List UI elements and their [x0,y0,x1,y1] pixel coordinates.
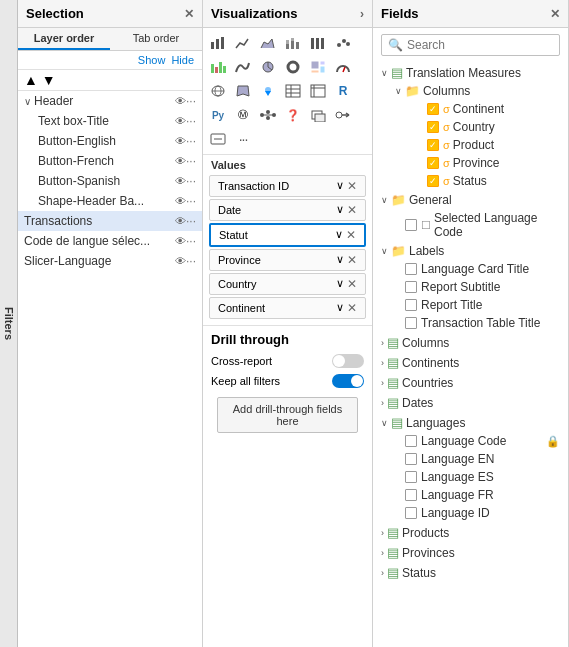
eye-english-icon[interactable]: 👁 [175,135,186,147]
cb-continent[interactable] [427,103,439,115]
field-language-en[interactable]: Language EN [377,450,564,468]
field-continent[interactable]: σ Continent [391,100,564,118]
group-header-columns-table[interactable]: › ▤ Columns [377,333,564,352]
sort-up-icon[interactable]: ▲ [24,72,38,88]
viz-icon-scatter[interactable] [332,32,354,54]
show-btn[interactable]: Show [138,54,166,66]
layer-item-transactions[interactable]: Transactions 👁 ··· [18,211,202,231]
viz-icon-python[interactable]: Py [207,104,229,126]
field-selected-lang-code[interactable]: ☐ Selected Language Code [377,209,564,241]
layer-item-textbox-title[interactable]: Text box-Title 👁 ··· [18,111,202,131]
viz-icon-map[interactable] [207,80,229,102]
field-language-id[interactable]: Language ID [377,504,564,522]
dots-header-icon[interactable]: ··· [186,94,196,108]
layer-item-header[interactable]: ∨ Header 👁 ··· [18,91,202,111]
dots-shape-icon[interactable]: ··· [186,194,196,208]
viz-icon-stacked[interactable] [282,32,304,54]
cb-province[interactable] [427,157,439,169]
field-remove-icon[interactable]: ✕ [347,203,357,217]
viz-icon-waterfall[interactable] [207,56,229,78]
search-input[interactable] [407,38,557,52]
add-drill-through-btn[interactable]: Add drill-through fields here [217,397,358,433]
eye-shape-icon[interactable]: 👁 [175,195,186,207]
tab-layer-order[interactable]: Layer order [18,28,110,50]
viz-icon-100pct[interactable] [307,32,329,54]
viz-icon-gauge[interactable] [332,56,354,78]
layer-item-btn-english[interactable]: Button-English 👁 ··· [18,131,202,151]
viz-icon-treemap[interactable] [307,56,329,78]
viz-icon-pie[interactable] [257,56,279,78]
group-header-general[interactable]: ∨ 📁 General [377,191,564,209]
layer-item-slicer-language[interactable]: Slicer-Language 👁 ··· [18,251,202,271]
field-remove-icon[interactable]: ✕ [347,179,357,193]
dots-transactions-icon[interactable]: ··· [186,214,196,228]
group-header-dates[interactable]: › ▤ Dates [377,393,564,412]
cb-language-id[interactable] [405,507,417,519]
viz-icon-paginate[interactable] [307,104,329,126]
viz-icon-area[interactable] [257,32,279,54]
group-header-countries[interactable]: › ▤ Countries [377,373,564,392]
cb-report-title[interactable] [405,299,417,311]
group-header-products[interactable]: › ▤ Products [377,523,564,542]
eye-transactions-icon[interactable]: 👁 [175,215,186,227]
eye-textbox-icon[interactable]: 👁 [175,115,186,127]
cb-language-code[interactable] [405,435,417,447]
field-remove-icon[interactable]: ✕ [347,301,357,315]
selection-close-icon[interactable]: ✕ [184,7,194,21]
dots-spanish-icon[interactable]: ··· [186,174,196,188]
field-report-subtitle[interactable]: Report Subtitle [377,278,564,296]
dots-french-icon[interactable]: ··· [186,154,196,168]
field-province[interactable]: Province ∨ ✕ [209,249,366,271]
viz-icon-line[interactable] [232,32,254,54]
group-header-labels[interactable]: ∨ 📁 Labels [377,242,564,260]
field-language-es[interactable]: Language ES [377,468,564,486]
cb-language-fr[interactable] [405,489,417,501]
cb-report-subtitle[interactable] [405,281,417,293]
eye-spanish-icon[interactable]: 👁 [175,175,186,187]
tab-tab-order[interactable]: Tab order [110,28,202,50]
field-remove-icon[interactable]: ✕ [347,253,357,267]
group-header-translation-measures[interactable]: ∨ ▤ Translation Measures [377,63,564,82]
viz-icon-dots-more[interactable]: ··· [232,128,254,150]
cb-selected-lang[interactable] [405,219,417,231]
eye-code-icon[interactable]: 👁 [175,235,186,247]
field-country[interactable]: Country ∨ ✕ [209,273,366,295]
field-remove-icon[interactable]: ✕ [346,228,356,242]
field-expand-icon[interactable]: ∨ [335,228,343,242]
group-header-provinces[interactable]: › ▤ Provinces [377,543,564,562]
field-country-col[interactable]: σ Country [391,118,564,136]
field-statut[interactable]: Statut ∨ ✕ [209,223,366,247]
dots-english-icon[interactable]: ··· [186,134,196,148]
keep-filters-toggle[interactable] [332,374,364,388]
viz-icon-matrix[interactable] [307,80,329,102]
group-header-continents[interactable]: › ▤ Continents [377,353,564,372]
layer-item-btn-spanish[interactable]: Button-Spanish 👁 ··· [18,171,202,191]
cross-report-toggle[interactable] [332,354,364,368]
field-province[interactable]: σ Province [391,154,564,172]
viz-icon-ribbon[interactable] [232,56,254,78]
cb-status[interactable] [427,175,439,187]
viz-icon-azure-map[interactable] [257,80,279,102]
group-header-columns[interactable]: ∨ 📁 Columns [391,82,564,100]
field-transaction-table-title[interactable]: Transaction Table Title [377,314,564,332]
eye-french-icon[interactable]: 👁 [175,155,186,167]
viz-expand-icon[interactable]: › [360,7,364,21]
field-product[interactable]: σ Product [391,136,564,154]
field-continent[interactable]: Continent ∨ ✕ [209,297,366,319]
viz-icon-donut[interactable] [282,56,304,78]
cb-language-en[interactable] [405,453,417,465]
group-header-status-table[interactable]: › ▤ Status [377,563,564,582]
layer-item-shape-header[interactable]: Shape-Header Ba... 👁 ··· [18,191,202,211]
viz-icon-table[interactable] [282,80,304,102]
cb-language-es[interactable] [405,471,417,483]
field-lang-card-title[interactable]: Language Card Title [377,260,564,278]
cb-country[interactable] [427,121,439,133]
field-date[interactable]: Date ∨ ✕ [209,199,366,221]
fields-close-icon[interactable]: ✕ [550,7,560,21]
cb-lang-card[interactable] [405,263,417,275]
viz-icon-filled-map[interactable] [232,80,254,102]
field-expand-icon[interactable]: ∨ [336,277,344,291]
eye-header-icon[interactable]: 👁 [175,95,186,107]
field-expand-icon[interactable]: ∨ [336,179,344,193]
cb-product[interactable] [427,139,439,151]
